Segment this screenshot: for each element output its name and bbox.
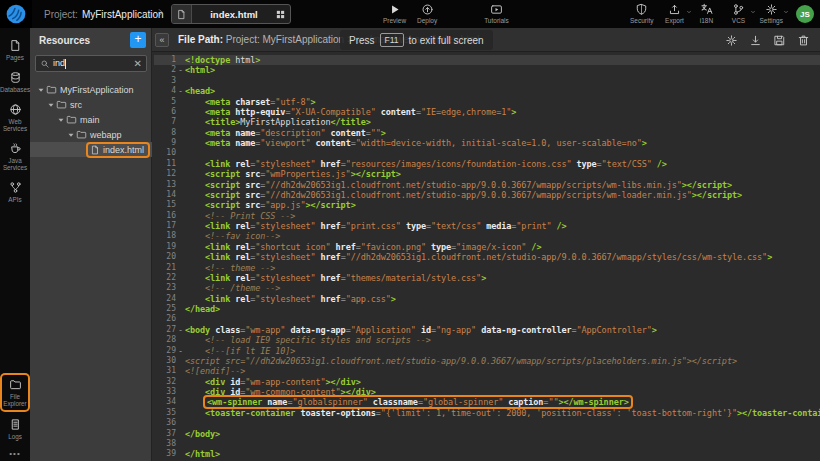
line-number: 11 [154, 159, 176, 169]
preview-icon [388, 2, 401, 16]
code-line-4[interactable]: 4-<head> [154, 86, 820, 96]
code-line-31[interactable]: 31<![endif]--> [154, 366, 820, 376]
code-line-35[interactable]: 35 <toaster-container toaster-options="{… [154, 408, 820, 418]
code-line-18[interactable]: 18 <!--fav icon--> [154, 231, 820, 241]
code-line-8[interactable]: 8 <meta name="description" content=""> [154, 128, 820, 138]
gear-icon[interactable] [725, 34, 738, 47]
code-line-19[interactable]: 19 <link rel="shortcut icon" href="favic… [154, 242, 820, 252]
chevron-down-icon [783, 9, 789, 15]
caret-down-icon[interactable] [46, 101, 56, 109]
tooltip-prefix: Press [349, 35, 375, 46]
sidebar-item-apis[interactable]: APIs [2, 178, 28, 206]
code-text: <meta charset="utf-8"> [185, 97, 820, 107]
code-line-13[interactable]: 13 <script src="//dh2dw20653ig1.cloudfro… [154, 180, 820, 190]
chevron-right-icon [156, 8, 165, 17]
code-line-12[interactable]: 12 <script src="wmProperties.js"></scrip… [154, 169, 820, 179]
code-text: <body class="wm-app" data-ng-app="Applic… [185, 325, 820, 335]
fold-marker[interactable]: - [176, 346, 185, 356]
caret-down-icon[interactable] [66, 131, 76, 139]
tree-row-index-html[interactable]: index.html [30, 142, 152, 157]
code-line-32[interactable]: 32 <div id="wm-app-content"></div> [154, 377, 820, 387]
code-line-39[interactable]: 39</html> [154, 449, 820, 459]
tree-row-webapp[interactable]: webapp [30, 127, 152, 142]
code-line-38[interactable]: 38 [154, 439, 820, 449]
line-number: 21 [154, 263, 176, 273]
code-line-30[interactable]: 30<script src="//dh2dw20653ig1.cloudfron… [154, 356, 820, 366]
code-line-7[interactable]: 7 <title>MyFirstApplication</title> [154, 117, 820, 127]
add-resource-button[interactable]: + [130, 32, 146, 48]
code-line-3[interactable]: 3 [154, 76, 820, 86]
code-text: <link rel="stylesheet" href="print.css" … [185, 221, 820, 231]
resource-search-input[interactable]: ind ✕ [35, 55, 147, 72]
open-file-tab[interactable]: index.html [171, 4, 291, 24]
caret-down-icon[interactable] [36, 86, 46, 94]
rail-overflow-button[interactable]: ••• [0, 449, 30, 458]
tree-row-main[interactable]: main [30, 112, 152, 127]
export-button[interactable]: Export [659, 2, 691, 27]
code-editor[interactable]: 1<!doctype html>2-<html>34-<head>5 <meta… [152, 52, 820, 461]
code-line-26[interactable]: 26 [154, 314, 820, 324]
security-button[interactable]: Security [625, 2, 658, 27]
code-line-21[interactable]: 21 <!-- theme --> [154, 263, 820, 273]
fold-marker[interactable]: - [176, 65, 185, 75]
wavemaker-logo[interactable] [0, 0, 32, 28]
code-line-17[interactable]: 17 <link rel="stylesheet" href="print.cs… [154, 221, 820, 231]
save-icon[interactable] [773, 34, 786, 47]
code-line-20[interactable]: 20 <link rel="stylesheet" href="//dh2dw2… [154, 252, 820, 262]
code-line-2[interactable]: 2-<html> [154, 65, 820, 75]
settings-button[interactable]: Settings [755, 2, 789, 27]
line-number: 17 [154, 221, 176, 231]
vcs-button[interactable]: VCS [723, 2, 755, 27]
project-name[interactable]: MyFirstApplication [82, 9, 164, 20]
sidebar-item-file-explorer[interactable]: File Explorer [2, 375, 28, 410]
code-line-25[interactable]: 25</head> [154, 304, 820, 314]
caret-down-icon[interactable] [56, 116, 66, 124]
sidebar-item-web-services[interactable]: Web Services [2, 100, 28, 135]
sidebar-item-databases[interactable]: Databases [2, 68, 28, 96]
code-line-15[interactable]: 15 <script src="app.js"></script> [154, 200, 820, 210]
collapse-panel-button[interactable]: « [155, 33, 169, 47]
code-line-10[interactable]: 10 [154, 148, 820, 158]
grid-icon[interactable] [276, 10, 285, 19]
line-number: 30 [154, 356, 176, 366]
tutorials-button[interactable]: Tutorials [479, 2, 514, 27]
rail-group-top: PagesDatabasesWeb ServicesJava ServicesA… [0, 36, 30, 206]
code-line-23[interactable]: 23 <!-- /theme --> [154, 283, 820, 293]
sidebar-item-logs[interactable]: Logs [2, 415, 28, 443]
fold-gutter [176, 231, 185, 241]
trash-icon[interactable] [797, 34, 810, 47]
code-line-36[interactable]: 36 [154, 418, 820, 428]
code-line-5[interactable]: 5 <meta charset="utf-8"> [154, 97, 820, 107]
preview-button[interactable]: Preview [378, 2, 411, 27]
code-line-14[interactable]: 14 <script src="//dh2dw20653ig1.cloudfro… [154, 190, 820, 200]
code-line-24[interactable]: 24 <link rel="stylesheet" href="app.css"… [154, 294, 820, 304]
fold-marker[interactable]: - [176, 325, 185, 335]
code-line-16[interactable]: 16 <!-- Print CSS --> [154, 211, 820, 221]
i18n-button[interactable]: i18N [691, 2, 723, 27]
code-line-9[interactable]: 9 <meta name="viewport" content="width=d… [154, 138, 820, 148]
fold-gutter [176, 263, 185, 273]
tree-row-src[interactable]: src [30, 97, 152, 112]
deploy-button[interactable]: Deploy [411, 2, 443, 27]
code-line-22[interactable]: 22 <link rel="stylesheet" href="themes/m… [154, 273, 820, 283]
breadcrumb: Project: MyFirstApplication [44, 0, 164, 28]
code-line-29[interactable]: 29- <!--[if lt IE 10]> [154, 346, 820, 356]
tree-row-myfirstapplication[interactable]: MyFirstApplication [30, 82, 152, 97]
download-icon[interactable] [749, 34, 762, 47]
fold-gutter [176, 138, 185, 148]
databases-icon [9, 71, 22, 84]
code-line-1[interactable]: 1<!doctype html> [154, 55, 820, 65]
sidebar-item-java-services[interactable]: Java Services [2, 139, 28, 174]
fold-marker[interactable]: - [176, 86, 185, 96]
user-avatar[interactable]: JS [796, 5, 814, 23]
code-line-37[interactable]: 37</body> [154, 429, 820, 439]
sidebar-item-pages[interactable]: Pages [2, 36, 28, 64]
clear-search-icon[interactable]: ✕ [134, 58, 142, 69]
code-line-27[interactable]: 27-<body class="wm-app" data-ng-app="App… [154, 325, 820, 335]
code-line-11[interactable]: 11 <link rel="stylesheet" href="resource… [154, 159, 820, 169]
code-line-33[interactable]: 33 <div id="wm-common-content"></div> [154, 387, 820, 397]
code-line-6[interactable]: 6 <meta http-equiv="X-UA-Compatible" con… [154, 107, 820, 117]
search-value: ind [53, 58, 131, 69]
code-line-28[interactable]: 28 <!-- load IE9 specific styles and scr… [154, 335, 820, 345]
code-line-34[interactable]: 34 <wm-spinner name="globalspinner" clas… [154, 397, 820, 407]
